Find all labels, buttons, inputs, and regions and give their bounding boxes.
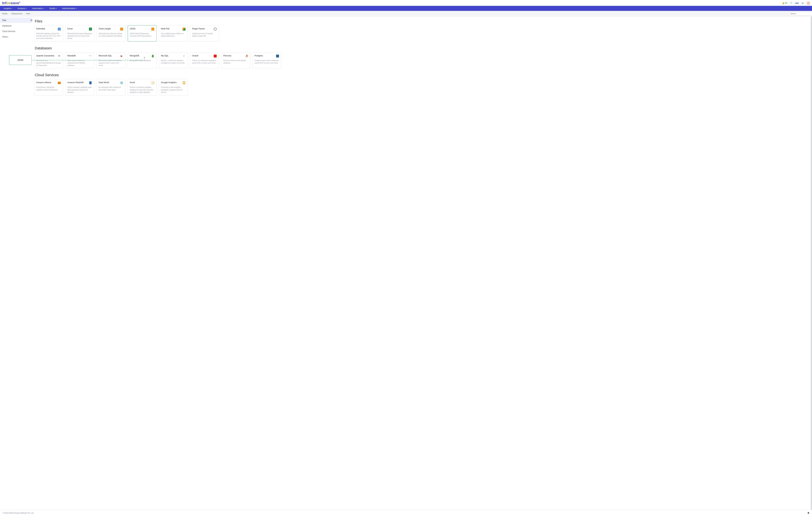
card-amazon-redshift[interactable]: Amazon Redshift A fully managed, petabyt… [65, 79, 94, 95]
card-mariadb[interactable]: MariaDB〰 Open source variant of enterpri… [65, 52, 94, 68]
nav-label: Studio [49, 7, 55, 9]
section-heading-files: Files [35, 19, 809, 23]
library-icon[interactable]: ▮▮▮ [795, 2, 799, 4]
mssql-icon: ▶ [120, 54, 123, 58]
card-postgres[interactable]: Postgres Postgres open source database, … [252, 52, 281, 68]
card-title: Amazon Redshift [67, 81, 84, 84]
card-description: Microsoft Excel base datasource supports… [67, 32, 92, 40]
nav-insights[interactable]: Insights [1, 6, 14, 11]
sidebar-item-databases[interactable]: Databases [0, 23, 32, 29]
card-mysql[interactable]: My SQL𓆝 MySQL, a relational database man… [159, 52, 188, 68]
json-callout-label: JSON [17, 59, 23, 61]
card-mongodb[interactable]: MongoDB MangoDB NoSQL database. [128, 52, 156, 68]
card-title: JSON [130, 27, 136, 30]
dataworld-icon [120, 81, 123, 84]
breadcrumb-studio[interactable]: Studio [2, 12, 7, 15]
multi-file-icon [182, 27, 185, 31]
druid-icon [151, 81, 154, 84]
card-amazon-athena[interactable]: Amazon Athena A serverless, interactive … [34, 79, 63, 95]
card-title: Apache Cassandra [36, 54, 54, 57]
nav-label: Automation [32, 7, 43, 9]
card-description: Open source variant of enterprise-level … [67, 59, 92, 67]
postgres-icon [276, 54, 279, 58]
card-title: Fixed Length [98, 27, 111, 30]
brand-part-4: eave [11, 1, 19, 5]
nav-analysis[interactable]: Analysis [15, 6, 29, 11]
user-avatar[interactable] [807, 1, 810, 5]
nav-studio[interactable]: Studio [47, 6, 59, 11]
brand-part-3: v [9, 1, 11, 5]
sidebar-item-label: Files [2, 19, 6, 22]
card-description: Percona variant of the MySQL database. [223, 59, 248, 64]
top-icon-cluster: 🔔 45 | ? | ▮▮▮ | ▤ | [782, 1, 810, 5]
separator: | [788, 2, 789, 4]
card-description: Distributed and decentralized/distribute… [36, 59, 61, 67]
content-area: Files Delimited Delimited supports vario… [32, 17, 812, 510]
google-analytics-icon [182, 81, 185, 84]
help-button[interactable]: ? [790, 1, 793, 5]
card-title: Excel [67, 27, 72, 30]
card-microsoft-sql[interactable]: Microsoft SQL▶ Microsoft's relational da… [96, 52, 125, 68]
main-nav: Insights Analysis Automation Studio Admi… [0, 6, 812, 11]
search-box[interactable]: 🔍 [789, 12, 810, 16]
mongodb-icon [151, 54, 154, 58]
json-icon [151, 27, 154, 31]
breadcrumb-datasources[interactable]: Datasources [11, 12, 22, 15]
card-description: Delimited supports various file formats … [36, 32, 61, 40]
mysql-icon: 𓆝 [182, 54, 185, 58]
databases-grid: Apache Cassandra👁 Distributed and decent… [34, 52, 809, 68]
sidebar-item-others[interactable]: Others [0, 34, 32, 40]
card-json[interactable]: JSON JSON based Datasource, Connect to A… [128, 25, 156, 41]
card-google-analytics[interactable]: Google Analytics Connects to web analyti… [159, 79, 188, 95]
card-title: MariaDB [67, 54, 76, 57]
card-title: Microsoft SQL [98, 54, 112, 57]
card-description: Postgres open source database, suport bo… [255, 59, 279, 64]
card-data-world[interactable]: Data World An enterprise data catalog fo… [96, 79, 125, 95]
redshift-icon [89, 81, 92, 84]
brand-logo[interactable]: Infoveave® [2, 1, 21, 5]
card-title: MongoDB [130, 54, 139, 57]
sidebar-item-cloud-services[interactable]: Cloud Services [0, 29, 32, 34]
card-plugin-parser[interactable]: Plugin Parser Upload your own C# based p… [190, 25, 219, 41]
card-description: Upload your own C# based plugin to parse… [192, 32, 217, 37]
nav-automation[interactable]: Automation [30, 6, 47, 11]
dashboard-icon[interactable]: ▤ [801, 2, 804, 4]
separator: | [800, 2, 800, 4]
search-input[interactable] [790, 13, 812, 15]
separator: | [805, 2, 806, 4]
nav-label: Administration [62, 7, 75, 9]
card-excel[interactable]: ExcelX Microsoft Excel base datasource s… [65, 25, 94, 41]
card-title: Postgres [255, 54, 263, 57]
cloud-grid: Amazon Athena A serverless, interactive … [34, 79, 809, 95]
card-description: MySQL, a relational database management … [161, 59, 185, 64]
copyright-text: © 2013-2023 Noesys Software Pvt. Ltd. [3, 512, 34, 514]
card-fixed-length[interactable]: Fixed Length Split data into coloumns, b… [96, 25, 125, 41]
card-title: Delimited [36, 27, 45, 30]
card-description: Split data into coloumns, based on ordin… [98, 32, 123, 37]
card-description: A fully managed, petabyte-scale data war… [67, 86, 92, 93]
category-sidebar: Files Databases Cloud Services Others [0, 17, 32, 510]
sidebar-item-files[interactable]: Files [0, 18, 32, 23]
bug-report-icon[interactable]: ✱ [808, 512, 809, 514]
bell-icon: 🔔 [782, 2, 785, 4]
chevron-right-icon: › [24, 12, 25, 15]
card-delimited[interactable]: Delimited Delimited supports various fil… [34, 25, 63, 41]
breadcrumb: Studio › Datasources › New [2, 12, 30, 15]
nav-administration[interactable]: Administration [60, 6, 79, 11]
card-oracle[interactable]: Oracle Oracle, an enterprise database, s… [190, 52, 219, 68]
chevron-right-icon: › [9, 12, 10, 15]
percona-icon [245, 54, 248, 58]
card-title: Multi File [161, 27, 169, 30]
card-title: Google Analytics [161, 81, 177, 84]
card-title: Percona [223, 54, 231, 57]
sidebar-item-label: Databases [2, 25, 11, 27]
sidebar-item-label: Cloud Services [2, 30, 16, 32]
athena-icon [58, 81, 61, 84]
plugin-icon [213, 27, 217, 31]
card-description: MangoDB NoSQL database. [130, 59, 154, 62]
card-cassandra[interactable]: Apache Cassandra👁 Distributed and decent… [34, 52, 63, 68]
card-multi-file[interactable]: Multi File Use multiple types of files i… [159, 25, 188, 41]
notifications-button[interactable]: 🔔 45 [782, 2, 787, 4]
card-percona[interactable]: Percona Percona variant of the MySQL dat… [221, 52, 250, 68]
card-druid[interactable]: Druid Druid is a real-time analytics dat… [128, 79, 156, 95]
